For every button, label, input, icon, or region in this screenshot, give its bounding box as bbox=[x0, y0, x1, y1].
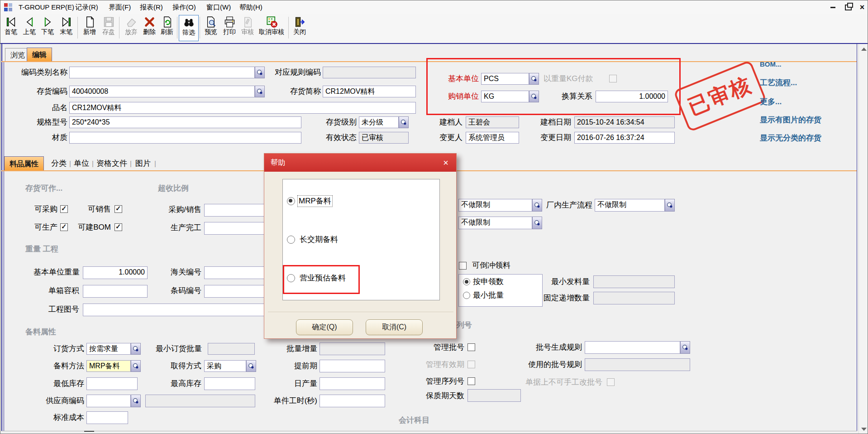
can-produce-checkbox[interactable] bbox=[60, 223, 68, 231]
filter-button[interactable]: 筛选 bbox=[179, 15, 199, 41]
tab-classification[interactable]: 分类 bbox=[51, 158, 67, 169]
discard-button[interactable]: 放弃 bbox=[122, 15, 141, 41]
restore-button[interactable] bbox=[842, 2, 854, 12]
material-field[interactable] bbox=[69, 132, 301, 144]
item-abbr-field[interactable]: CR12MOV精料 bbox=[323, 86, 416, 97]
print-button[interactable]: 打印 bbox=[220, 15, 238, 41]
no-manual-batch-checkbox[interactable] bbox=[607, 378, 615, 386]
vertical-scrollbar[interactable] bbox=[858, 44, 868, 434]
close-form-button[interactable]: 关闭 bbox=[290, 15, 309, 41]
menu-report[interactable]: 报表(R) bbox=[140, 3, 163, 12]
item-level-lookup-button[interactable] bbox=[399, 116, 409, 128]
supplier-code-dropdown[interactable] bbox=[86, 395, 131, 407]
base-unit-field[interactable]: PCS bbox=[481, 73, 529, 85]
factory-flow-dropdown[interactable]: 不做限制 bbox=[595, 199, 665, 212]
close-window-button[interactable]: × bbox=[856, 2, 868, 12]
tab-qualification-files[interactable]: 资格文件 bbox=[96, 158, 127, 169]
usage-limit-lookup-1[interactable] bbox=[532, 199, 542, 212]
last-record-button[interactable]: 末笔 bbox=[57, 15, 76, 41]
can-bom-checkbox[interactable] bbox=[114, 223, 122, 231]
prev-record-button[interactable]: 上笔 bbox=[20, 15, 38, 41]
trade-unit-lookup-button[interactable] bbox=[529, 91, 539, 102]
std-cost-field[interactable] bbox=[86, 411, 128, 424]
option-mrp-radio[interactable] bbox=[287, 197, 295, 205]
preview-button[interactable]: 预览 bbox=[201, 15, 220, 41]
menu-operate[interactable]: 操作(O) bbox=[172, 3, 196, 12]
delete-button[interactable]: 删除 bbox=[140, 15, 159, 41]
item-code-field[interactable]: 400400008 bbox=[69, 86, 255, 97]
manage-serial-checkbox[interactable] bbox=[467, 377, 475, 385]
order-mode-dropdown[interactable]: 按需求量 bbox=[86, 343, 131, 355]
dialog-ok-button[interactable]: 确定(Q) bbox=[296, 319, 353, 335]
conversion-field[interactable]: 1.00000 bbox=[596, 91, 668, 102]
manage-expiry-checkbox[interactable] bbox=[467, 361, 475, 368]
acquire-mode-dropdown[interactable]: 采购 bbox=[204, 360, 246, 372]
code-category-field[interactable] bbox=[69, 67, 255, 78]
dialog-cancel-button[interactable]: 取消(C) bbox=[366, 319, 423, 335]
dialog-close-button[interactable]: × bbox=[440, 157, 452, 169]
option-long-lead-radio[interactable] bbox=[287, 236, 295, 244]
backflush-checkbox[interactable] bbox=[459, 262, 467, 270]
menu-interface[interactable]: 界面(F) bbox=[109, 3, 131, 12]
first-record-button[interactable]: 首笔 bbox=[1, 15, 20, 41]
spec-field[interactable]: 250*240*35 bbox=[69, 116, 301, 128]
link-more[interactable]: 更多... bbox=[760, 96, 782, 107]
option-long-lead-label[interactable]: 长交期备料 bbox=[300, 234, 338, 245]
link-show-unclassified[interactable]: 显示无分类的存货 bbox=[760, 133, 821, 143]
tab-item-attributes[interactable]: 料品属性 bbox=[4, 156, 44, 170]
usage-limit-dropdown-1[interactable]: 不做限制 bbox=[458, 199, 532, 212]
tab-unit[interactable]: 单位 bbox=[74, 158, 89, 169]
unit-hours-field[interactable] bbox=[320, 395, 385, 407]
lead-time-field[interactable] bbox=[320, 360, 385, 372]
acquire-mode-lookup[interactable] bbox=[246, 360, 256, 372]
code-category-lookup-button[interactable] bbox=[255, 67, 265, 78]
supplier-code-lookup[interactable] bbox=[131, 395, 141, 407]
item-name-field[interactable]: CR12MOV精料 bbox=[69, 102, 416, 114]
manage-batch-checkbox[interactable] bbox=[467, 343, 475, 351]
batch-rule-lookup[interactable] bbox=[680, 341, 690, 354]
item-level-field[interactable]: 未分级 bbox=[359, 116, 399, 128]
approve-button[interactable]: 审核 bbox=[238, 15, 257, 41]
order-mode-lookup[interactable] bbox=[131, 343, 141, 355]
min-stock-field[interactable] bbox=[86, 377, 138, 390]
trade-unit-field[interactable]: KG bbox=[481, 91, 529, 102]
scroll-up-button[interactable] bbox=[859, 44, 868, 54]
pay-by-kg-checkbox[interactable] bbox=[609, 75, 617, 82]
refresh-button[interactable]: 刷新 bbox=[158, 15, 176, 41]
new-button[interactable]: 新增 bbox=[80, 15, 99, 41]
option-business-forecast-label[interactable]: 营业预估备料 bbox=[300, 273, 346, 284]
usage-limit-dropdown-2[interactable]: 不做限制 bbox=[458, 217, 532, 229]
issue-by-request-radio[interactable] bbox=[463, 278, 470, 285]
item-code-lookup-button[interactable] bbox=[255, 86, 265, 97]
menu-tgroup-erp[interactable]: T-GROUP ERP(E) bbox=[19, 3, 74, 12]
dialog-title-bar[interactable]: 帮助 × bbox=[264, 154, 456, 172]
menu-record[interactable]: 记录(R) bbox=[75, 3, 98, 12]
tab-picture[interactable]: 图片 bbox=[135, 158, 151, 169]
link-process-flow[interactable]: 工艺流程... bbox=[760, 77, 797, 88]
base-weight-field[interactable]: 1.00000 bbox=[83, 266, 148, 279]
base-unit-lookup-button[interactable] bbox=[529, 73, 539, 85]
save-button[interactable]: 存盘 bbox=[99, 15, 118, 41]
menu-help[interactable]: 帮助(H) bbox=[239, 3, 262, 12]
box-volume-field[interactable] bbox=[83, 285, 148, 298]
can-sell-checkbox[interactable] bbox=[114, 205, 122, 213]
next-record-button[interactable]: 下笔 bbox=[38, 15, 57, 41]
can-purchase-checkbox[interactable] bbox=[60, 205, 68, 213]
daily-output-field[interactable] bbox=[320, 377, 385, 390]
minimize-button[interactable] bbox=[827, 2, 839, 12]
menu-window[interactable]: 窗口(W) bbox=[206, 3, 231, 12]
stock-method-lookup[interactable] bbox=[131, 360, 141, 372]
max-stock-field[interactable] bbox=[204, 377, 255, 390]
issue-min-batch-radio[interactable] bbox=[463, 292, 470, 299]
batch-rule-dropdown[interactable] bbox=[585, 341, 680, 354]
tab-edit[interactable]: 编辑 bbox=[27, 48, 52, 61]
usage-limit-lookup-2[interactable] bbox=[532, 217, 542, 229]
factory-flow-lookup[interactable] bbox=[665, 199, 675, 212]
cancel-approve-button[interactable]: 取消审核 bbox=[257, 15, 286, 41]
option-mrp-label[interactable]: MRP备料 bbox=[298, 196, 332, 207]
link-bom[interactable]: BOM... bbox=[760, 60, 782, 68]
option-business-forecast-radio[interactable] bbox=[287, 274, 295, 282]
link-show-with-image[interactable]: 显示有图片的存货 bbox=[760, 115, 821, 125]
stock-method-dropdown[interactable]: MRP备料 bbox=[86, 360, 131, 372]
scroll-down-button[interactable] bbox=[859, 424, 868, 434]
